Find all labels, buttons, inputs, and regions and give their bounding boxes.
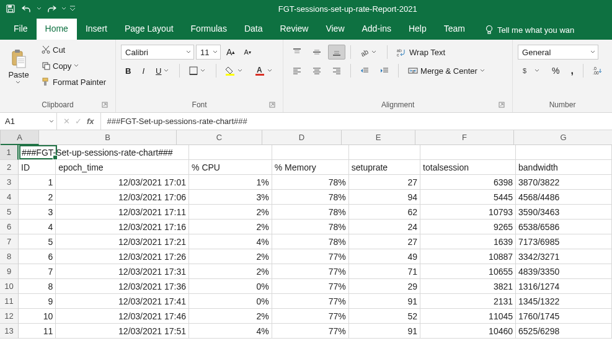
align-middle-button[interactable] [308, 45, 326, 60]
align-bottom-button[interactable] [328, 45, 345, 60]
cell-A5[interactable]: 3 [19, 205, 56, 220]
undo-button[interactable] [20, 2, 33, 16]
cell-F8[interactable]: 10887 [420, 249, 516, 264]
cell-E13[interactable]: 91 [349, 324, 420, 339]
cell-G4[interactable]: 4568/4486 [516, 190, 612, 205]
row-header-4[interactable]: 4 [0, 190, 19, 205]
cell-F2[interactable]: totalsession [420, 160, 516, 175]
align-right-button[interactable] [328, 63, 345, 78]
tab-view[interactable]: View [317, 19, 353, 40]
cell-B10[interactable]: 12/03/2021 17:36 [56, 279, 189, 294]
cell-F7[interactable]: 1639 [420, 234, 516, 249]
cell-G12[interactable]: 1760/1745 [516, 309, 612, 324]
cell-G13[interactable]: 6525/6298 [516, 324, 612, 339]
cell-A3[interactable]: 1 [19, 175, 56, 190]
cell-A12[interactable]: 10 [19, 309, 56, 324]
cell-B6[interactable]: 12/03/2021 17:16 [56, 220, 189, 234]
cell-G6[interactable]: 6538/6586 [516, 220, 612, 234]
cell-B4[interactable]: 12/03/2021 17:06 [56, 190, 189, 205]
cell-D10[interactable]: 77% [272, 279, 349, 294]
cut-button[interactable]: Cut [37, 42, 110, 57]
row-header-10[interactable]: 10 [0, 279, 19, 294]
cell-E4[interactable]: 94 [349, 190, 420, 205]
column-header-F[interactable]: F [415, 130, 514, 145]
redo-button[interactable] [45, 2, 58, 16]
tab-formulas[interactable]: Formulas [182, 19, 236, 40]
select-all-button[interactable] [0, 130, 1, 145]
cancel-formula-button[interactable]: ✕ [63, 117, 70, 126]
percent-format-button[interactable]: % [548, 63, 564, 78]
undo-dropdown[interactable] [36, 6, 42, 11]
cell-F12[interactable]: 11045 [420, 309, 516, 324]
paste-dropdown[interactable] [16, 81, 22, 84]
font-launcher[interactable] [269, 102, 277, 109]
cell-C13[interactable]: 4% [189, 324, 272, 339]
cell-F13[interactable]: 10460 [420, 324, 516, 339]
cell-C10[interactable]: 0% [189, 279, 272, 294]
cell-B12[interactable]: 12/03/2021 17:46 [56, 309, 189, 324]
cell-F9[interactable]: 10655 [420, 264, 516, 279]
cell-E1[interactable] [349, 145, 420, 160]
tab-insert[interactable]: Insert [77, 19, 116, 40]
formula-input[interactable]: ###FGT-Set-up-sessions-rate-chart### [101, 113, 612, 130]
cell-C3[interactable]: 1% [189, 175, 272, 190]
cell-C8[interactable]: 2% [189, 249, 272, 264]
cell-D2[interactable]: % Memory [272, 160, 349, 175]
cell-F1[interactable] [420, 145, 516, 160]
cell-E8[interactable]: 49 [349, 249, 420, 264]
cell-F11[interactable]: 2131 [420, 294, 516, 309]
row-header-13[interactable]: 13 [0, 324, 19, 339]
decrease-font-button[interactable]: A▾ [241, 45, 254, 60]
increase-indent-button[interactable] [376, 63, 393, 78]
orientation-button[interactable]: ab [356, 45, 382, 60]
cell-B5[interactable]: 12/03/2021 17:11 [56, 205, 189, 220]
font-color-button[interactable]: A [251, 63, 278, 78]
cell-G1[interactable] [516, 145, 612, 160]
cell-A7[interactable]: 5 [19, 234, 56, 249]
column-header-B[interactable]: B [39, 130, 177, 145]
comma-format-button[interactable]: , [567, 63, 578, 78]
tab-page-layout[interactable]: Page Layout [116, 19, 182, 40]
tab-home[interactable]: Home [37, 19, 77, 40]
cell-F4[interactable]: 5445 [420, 190, 516, 205]
tab-add-ins[interactable]: Add-ins [353, 19, 400, 40]
cell-C11[interactable]: 0% [189, 294, 272, 309]
cell-B11[interactable]: 12/03/2021 17:41 [56, 294, 189, 309]
cell-D9[interactable]: 77% [272, 264, 349, 279]
cell-G8[interactable]: 3342/3271 [516, 249, 612, 264]
tab-data[interactable]: Data [236, 19, 272, 40]
cell-D5[interactable]: 78% [272, 205, 349, 220]
cell-C5[interactable]: 2% [189, 205, 272, 220]
cell-E12[interactable]: 52 [349, 309, 420, 324]
number-format-combo[interactable]: General [518, 45, 598, 60]
merge-center-button[interactable]: a Merge & Center [404, 63, 490, 78]
cell-G9[interactable]: 4839/3350 [516, 264, 612, 279]
cell-D8[interactable]: 77% [272, 249, 349, 264]
cell-F3[interactable]: 6398 [420, 175, 516, 190]
cell-D11[interactable]: 77% [272, 294, 349, 309]
underline-button[interactable]: U [151, 63, 174, 78]
cell-D4[interactable]: 78% [272, 190, 349, 205]
cell-A10[interactable]: 8 [19, 279, 56, 294]
cell-G7[interactable]: 7173/6985 [516, 234, 612, 249]
cell-G11[interactable]: 1345/1322 [516, 294, 612, 309]
cell-G5[interactable]: 3590/3463 [516, 205, 612, 220]
qat-customize[interactable] [69, 5, 76, 12]
cell-C1[interactable] [189, 145, 272, 160]
cell-G2[interactable]: bandwidth [516, 160, 612, 175]
save-button[interactable] [4, 2, 17, 16]
align-left-button[interactable] [288, 63, 306, 78]
cell-E7[interactable]: 27 [349, 234, 420, 249]
font-name-combo[interactable]: Calibri [121, 45, 194, 60]
clipboard-launcher[interactable] [102, 102, 109, 109]
align-top-button[interactable] [288, 45, 306, 60]
cell-A13[interactable]: 11 [19, 324, 56, 339]
accounting-format-button[interactable]: $ [518, 63, 545, 78]
cell-A11[interactable]: 9 [19, 294, 56, 309]
copy-button[interactable]: Copy [37, 58, 110, 73]
row-header-8[interactable]: 8 [0, 249, 19, 264]
cell-B7[interactable]: 12/03/2021 17:21 [56, 234, 189, 249]
cell-G3[interactable]: 3870/3822 [516, 175, 612, 190]
cell-A9[interactable]: 7 [19, 264, 56, 279]
column-header-G[interactable]: G [514, 130, 612, 145]
